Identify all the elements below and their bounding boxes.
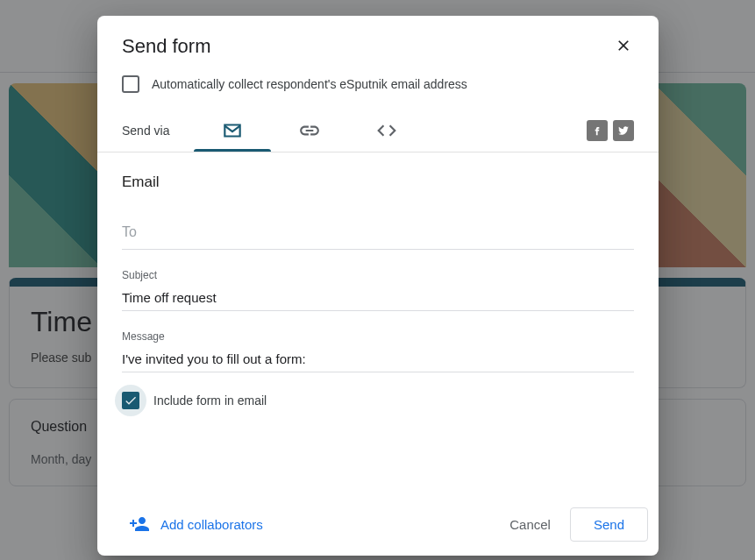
link-icon xyxy=(298,119,321,142)
cancel-label: Cancel xyxy=(509,517,551,532)
subject-label: Subject xyxy=(122,269,634,281)
email-section-title: Email xyxy=(122,174,634,191)
add-collaborators-label: Add collaborators xyxy=(160,517,263,532)
person-add-icon xyxy=(129,514,150,535)
tab-embed[interactable] xyxy=(348,110,425,152)
twitter-icon xyxy=(617,124,630,137)
close-icon xyxy=(615,37,632,54)
send-form-dialog: Send form Automatically collect responde… xyxy=(97,16,659,556)
subject-input[interactable] xyxy=(122,285,634,311)
embed-icon xyxy=(375,119,398,142)
send-via-label: Send via xyxy=(122,124,169,138)
auto-collect-label: Automatically collect respondent's eSput… xyxy=(152,77,467,91)
include-form-checkbox[interactable] xyxy=(122,392,139,409)
cancel-button[interactable]: Cancel xyxy=(494,508,566,541)
dialog-title: Send form xyxy=(122,35,211,58)
share-twitter-button[interactable] xyxy=(613,120,634,141)
auto-collect-checkbox[interactable] xyxy=(122,75,139,93)
email-icon xyxy=(221,119,244,142)
share-facebook-button[interactable] xyxy=(587,120,608,141)
tab-link[interactable] xyxy=(271,110,348,152)
send-button[interactable]: Send xyxy=(570,507,648,542)
tab-email[interactable] xyxy=(194,110,271,152)
send-label: Send xyxy=(594,517,624,532)
add-collaborators-button[interactable]: Add collaborators xyxy=(118,507,274,542)
to-input[interactable] xyxy=(122,216,634,250)
message-label: Message xyxy=(122,330,634,343)
message-input[interactable] xyxy=(122,346,634,372)
close-button[interactable] xyxy=(613,35,634,60)
include-form-label: Include form in email xyxy=(153,393,267,408)
facebook-icon xyxy=(591,124,603,137)
